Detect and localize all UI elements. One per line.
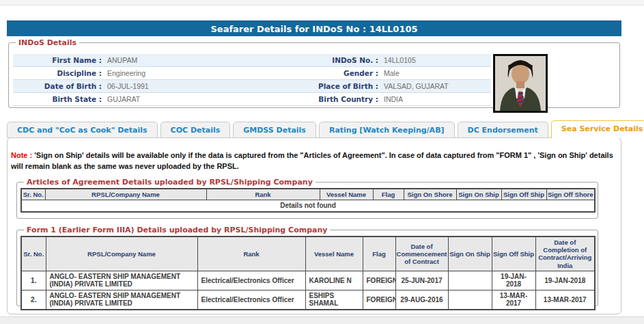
tab-dc-endorsement[interactable]: DC Endorsement xyxy=(458,122,548,138)
rank: Electrical/Electronics Officer xyxy=(197,290,305,310)
articles-empty-row: Details not found xyxy=(21,200,595,212)
sign-off-ship: 13-MAR-2017 xyxy=(492,290,535,310)
col-rank: Rank xyxy=(197,237,305,271)
sr-no: 2. xyxy=(21,290,46,310)
col-flag: Flag xyxy=(373,189,404,200)
tab-coc-details[interactable]: COC Details xyxy=(160,122,231,138)
col-sr-no: Sr. No. xyxy=(21,189,45,200)
form1-row-2: 2. ANGLO- EASTERN SHIP MANAGEMENT (INDIA… xyxy=(21,290,595,310)
place-of-birth-label: Place of Birth : xyxy=(262,80,378,93)
date-of-birth-value: 06-JUL-1991 xyxy=(102,80,262,93)
rank: Electrical/Electronics Officer xyxy=(197,271,305,290)
commencement-date: 29-AUG-2016 xyxy=(395,290,448,310)
company-name: ANGLO- EASTERN SHIP MANAGEMENT (INDIA) P… xyxy=(46,271,197,290)
indos-details-legend: INDoS Details xyxy=(16,38,79,47)
birth-country-value: INDIA xyxy=(378,93,491,106)
completion-date: 13-MAR-2017 xyxy=(535,290,595,310)
detail-row: First Name : ANUPAM INDoS No. : 14LL0105 xyxy=(13,54,491,67)
birth-state-value: GUJARAT xyxy=(102,93,262,106)
note-body: 'Sign on Ship' details will be available… xyxy=(11,151,613,170)
bottom-strip xyxy=(0,316,644,324)
details-not-found-message: Details not found xyxy=(21,200,595,212)
indos-no-value: 14LL0105 xyxy=(378,54,491,67)
indos-no-label: INDoS No. : xyxy=(262,54,378,67)
flag: FOREIGN xyxy=(363,271,395,290)
vessel-name: ESHIPS SHAMAL xyxy=(305,290,363,310)
discipline-value: Engineering xyxy=(102,67,262,80)
articles-legend: Articles of Agreement Details uploaded b… xyxy=(24,178,316,187)
date-of-birth-label: Date of Birth : xyxy=(13,80,102,93)
detail-row: Date of Birth : 06-JUL-1991 Place of Bir… xyxy=(13,80,491,93)
sign-on-ship xyxy=(448,290,492,310)
indos-detail-grid: First Name : ANUPAM INDoS No. : 14LL0105… xyxy=(13,54,491,106)
sign-on-ship xyxy=(448,271,492,290)
form1-row-1: 1. ANGLO- EASTERN SHIP MANAGEMENT (INDIA… xyxy=(21,271,595,290)
col-sign-off-ship: Sign Off Ship xyxy=(492,237,535,271)
detail-row: Discipline : Engineering Gender : Male xyxy=(13,67,491,80)
vessel-name: KAROLINE N xyxy=(305,271,363,290)
form1-section: Form 1 (Earlier Form IIIA) Details uploa… xyxy=(16,226,598,306)
birth-state-label: Birth State : xyxy=(13,93,102,106)
col-rank: Rank xyxy=(206,189,320,200)
page-title: Seafarer Details for INDoS No : 14LL0105 xyxy=(7,21,621,36)
col-flag: Flag xyxy=(363,237,395,271)
form1-table: Sr. No. RPSL/Company Name Rank Vessel Na… xyxy=(20,236,596,310)
note-prefix: Note : xyxy=(11,151,32,159)
col-sign-on-ship: Sign On Ship xyxy=(456,189,501,200)
col-commencement: Date of Commencement of Contract xyxy=(395,237,448,271)
commencement-date: 25-JUN-2017 xyxy=(395,271,448,290)
sign-off-ship: 19-JAN-2018 xyxy=(492,271,535,290)
tab-rating-watch-keeping-ab[interactable]: Rating [Watch Keeping/AB] xyxy=(319,122,455,138)
col-sign-on-shore: Sign On Shore xyxy=(404,189,456,200)
first-name-label: First Name : xyxy=(13,54,102,67)
articles-of-agreement-section: Articles of Agreement Details uploaded b… xyxy=(16,178,598,219)
articles-table: Sr. No. RPSL/Company Name Rank Vessel Na… xyxy=(20,188,596,213)
form1-header-row: Sr. No. RPSL/Company Name Rank Vessel Na… xyxy=(21,237,595,271)
gender-label: Gender : xyxy=(262,67,378,80)
col-company: RPSL/Company Name xyxy=(45,189,206,200)
articles-header-row: Sr. No. RPSL/Company Name Rank Vessel Na… xyxy=(21,189,595,200)
col-vessel: Vessel Name xyxy=(320,189,373,200)
col-vessel: Vessel Name xyxy=(305,237,363,271)
col-sign-off-shore: Sign Off Shore xyxy=(546,189,595,200)
place-of-birth-value: VALSAD, GUJARAT xyxy=(378,80,491,93)
indos-details-section: INDoS Details First Name : ANUPAM INDoS … xyxy=(8,38,620,108)
tab-bar: CDC and "CoC as Cook" Details COC Detail… xyxy=(7,121,644,138)
seafarer-details-page: Seafarer Details for INDoS No : 14LL0105… xyxy=(0,0,644,324)
discipline-label: Discipline : xyxy=(13,67,102,80)
form1-legend: Form 1 (Earlier Form IIIA) Details uploa… xyxy=(24,226,330,234)
birth-country-label: Birth Country : xyxy=(262,93,378,106)
seafarer-photo xyxy=(493,54,548,113)
col-completion: Date of Completion of Contract/Arriving … xyxy=(535,237,595,271)
first-name-value: ANUPAM xyxy=(102,54,262,67)
col-sign-on-ship: Sign On Ship xyxy=(448,237,492,271)
sr-no: 1. xyxy=(21,271,46,290)
col-sign-off-ship: Sign Off Ship xyxy=(501,189,546,200)
col-sr-no: Sr. No. xyxy=(21,237,46,271)
col-company: RPSL/Company Name xyxy=(46,237,197,271)
completion-date: 19-JAN-2018 xyxy=(535,271,595,290)
flag: FOREIGN xyxy=(363,290,395,310)
note-text: Note : 'Sign on Ship' details will be av… xyxy=(11,150,615,172)
tab-gmdss-details[interactable]: GMDSS Details xyxy=(233,122,316,138)
top-strip xyxy=(0,0,644,5)
company-name: ANGLO- EASTERN SHIP MANAGEMENT (INDIA) P… xyxy=(46,290,197,310)
tab-sea-service-details[interactable]: Sea Service Details xyxy=(551,120,644,138)
tab-cdc-coc-as-cook-details[interactable]: CDC and "CoC as Cook" Details xyxy=(7,122,158,138)
detail-row: Birth State : GUJARAT Birth Country : IN… xyxy=(13,93,491,106)
gender-value: Male xyxy=(378,67,491,80)
